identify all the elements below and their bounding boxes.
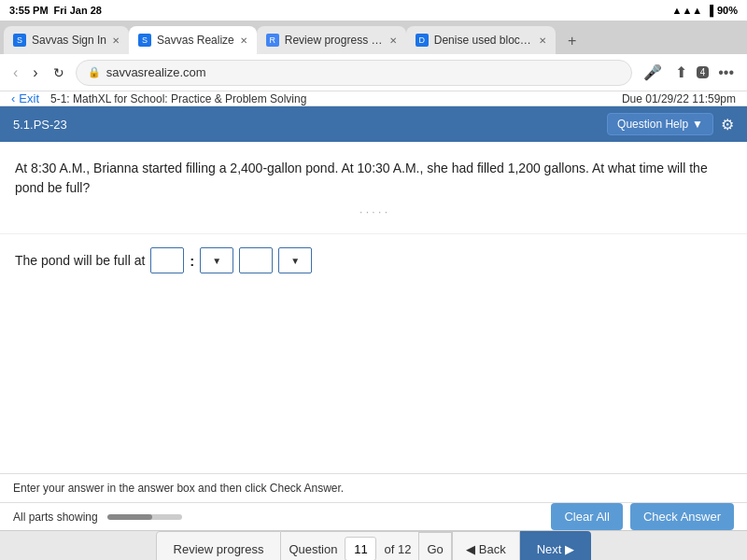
go-label: Go: [427, 542, 443, 556]
parts-right: Clear All Check Answer: [551, 503, 734, 530]
back-button[interactable]: ◀ Back: [453, 531, 520, 560]
tab-label-2: Savvas Realize: [157, 34, 234, 47]
parts-bar: All parts showing Clear All Check Answer: [0, 502, 747, 530]
question-nav: Question of 12 Go: [281, 531, 452, 560]
next-arrow-icon: ▶: [565, 542, 574, 556]
share-icon[interactable]: ⬆: [671, 62, 691, 83]
tab-denise[interactable]: D Denise used blocks to m... ✕: [406, 26, 556, 54]
forward-nav-button[interactable]: ›: [29, 61, 41, 85]
tab-icon-4: D: [416, 34, 429, 47]
question-container: 5.1.PS-23 Question Help ▼ ⚙ At 8:30 A.M.…: [0, 106, 747, 473]
question-text: At 8:30 A.M., Brianna started filling a …: [15, 159, 732, 198]
exit-chevron-icon: ‹: [11, 91, 15, 105]
tab-close-4[interactable]: ✕: [539, 35, 546, 46]
question-help-button[interactable]: Question Help ▼: [607, 113, 713, 135]
tab-review-progress[interactable]: R Review progress Questi... ✕: [257, 26, 406, 54]
hours-dropdown-arrow-icon: ▼: [212, 256, 221, 266]
back-arrow-icon: ◀: [466, 542, 475, 556]
ampm-dropdown[interactable]: ▼: [278, 247, 312, 273]
review-progress-button[interactable]: Review progress: [156, 531, 282, 560]
question-nav-label: Question: [281, 542, 345, 556]
next-button[interactable]: Next ▶: [520, 531, 592, 560]
work-area: [0, 287, 747, 473]
main-content: ‹ Exit 5-1: MathXL for School: Practice …: [0, 91, 747, 560]
status-date: Fri Jan 28: [54, 5, 102, 16]
question-header: 5.1.PS-23 Question Help ▼ ⚙: [0, 106, 747, 142]
ampm-dropdown-arrow-icon: ▼: [290, 256, 300, 266]
tab-label-3: Review progress Questi...: [285, 34, 384, 47]
microphone-icon[interactable]: 🎤: [640, 62, 666, 83]
clear-all-label: Clear All: [564, 510, 609, 524]
tab-close-1[interactable]: ✕: [112, 35, 120, 46]
question-number-input[interactable]: [345, 537, 376, 560]
instruction-text: Enter your answer in the answer box and …: [13, 482, 344, 495]
lock-icon: 🔒: [88, 66, 101, 78]
status-bar: 3:55 PM Fri Jan 28 ▲▲▲ ▐ 90%: [0, 0, 747, 21]
status-bar-left: 3:55 PM Fri Jan 28: [9, 5, 102, 16]
all-parts-label: All parts showing: [13, 511, 98, 524]
url-text: savvasrealize.com: [106, 65, 206, 79]
tab-icon-2: S: [138, 34, 151, 47]
tab-label-1: Savvas Sign In: [32, 34, 106, 47]
tab-count-badge[interactable]: 4: [697, 66, 710, 78]
page-header: ‹ Exit 5-1: MathXL for School: Practice …: [0, 91, 747, 106]
tab-bar: S Savvas Sign In ✕ S Savvas Realize ✕ R …: [0, 21, 747, 54]
hours-dropdown[interactable]: ▼: [200, 247, 233, 273]
answer-area: The pond will be full at : ▼ ▼: [0, 234, 747, 287]
question-help-label: Question Help: [617, 118, 688, 131]
battery-percent: 90%: [717, 5, 738, 16]
parts-left: All parts showing: [13, 511, 182, 524]
parts-progress-fill: [107, 514, 152, 520]
bottom-nav: Review progress Question of 12 Go ◀ Back…: [0, 530, 747, 560]
help-dropdown-icon: ▼: [692, 118, 703, 131]
address-bar: ‹ › ↻ 🔒 savvasrealize.com 🎤 ⬆ 4 •••: [0, 54, 747, 91]
status-bar-right: ▲▲▲ ▐ 90%: [672, 5, 739, 16]
tab-icon-1: S: [13, 34, 26, 47]
back-label: Back: [479, 542, 506, 556]
url-bar[interactable]: 🔒 savvasrealize.com: [76, 60, 632, 86]
of-total-label: of 12: [376, 542, 418, 556]
answer-input-box[interactable]: [150, 247, 184, 273]
tab-savvas-realize[interactable]: S Savvas Realize ✕: [129, 26, 257, 54]
gear-icon[interactable]: ⚙: [721, 116, 734, 133]
parts-progress-bar: [107, 514, 182, 520]
tab-icon-3: R: [266, 34, 279, 47]
new-tab-button[interactable]: +: [559, 28, 585, 54]
tab-savvas-sign-in[interactable]: S Savvas Sign In ✕: [4, 26, 129, 54]
footer-instruction: Enter your answer in the answer box and …: [0, 473, 747, 502]
address-actions: 🎤 ⬆ 4 •••: [640, 62, 738, 83]
exit-label: Exit: [19, 91, 39, 105]
tab-close-3[interactable]: ✕: [389, 35, 397, 46]
clear-all-button[interactable]: Clear All: [551, 503, 622, 530]
breadcrumb: 5-1: MathXL for School: Practice & Probl…: [50, 92, 306, 105]
reload-button[interactable]: ↻: [49, 62, 68, 84]
review-progress-label: Review progress: [174, 542, 264, 556]
colon-separator: :: [190, 253, 194, 269]
next-label: Next: [537, 542, 562, 556]
back-nav-button[interactable]: ‹: [9, 61, 21, 85]
check-answer-label: Check Answer: [643, 510, 721, 524]
tab-label-4: Denise used blocks to m...: [434, 34, 533, 47]
wifi-icon: ▲▲▲: [672, 5, 703, 16]
status-time: 3:55 PM: [9, 5, 49, 16]
question-body: At 8:30 A.M., Brianna started filling a …: [0, 142, 747, 234]
divider-dots: · · · · ·: [15, 198, 732, 222]
question-id: 5.1.PS-23: [13, 118, 67, 132]
due-date: Due 01/29/22 11:59pm: [622, 92, 736, 105]
battery-icon: ▐: [706, 5, 713, 16]
tab-close-2[interactable]: ✕: [240, 35, 247, 46]
more-options-icon[interactable]: •••: [714, 63, 738, 83]
minutes-input-box[interactable]: [239, 247, 273, 273]
go-button[interactable]: Go: [418, 532, 451, 560]
answer-prompt-text: The pond will be full at: [15, 253, 145, 268]
check-answer-button[interactable]: Check Answer: [630, 503, 734, 530]
exit-button[interactable]: ‹ Exit: [11, 91, 39, 105]
